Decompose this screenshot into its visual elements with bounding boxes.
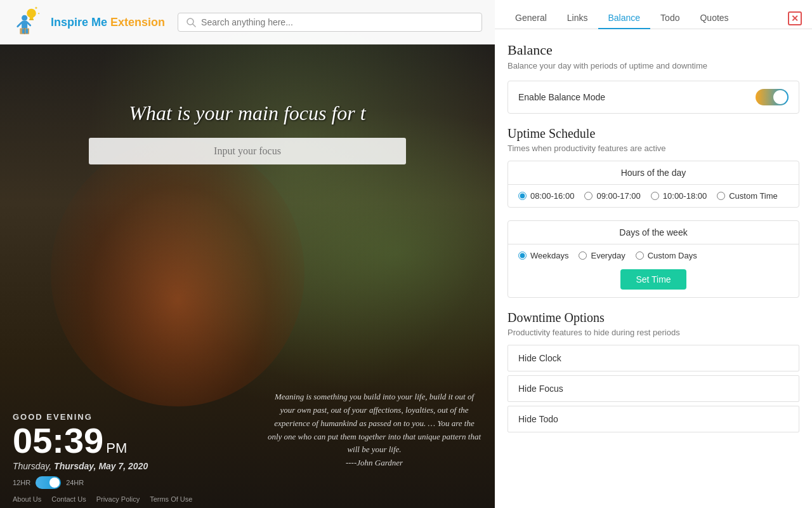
enable-balance-row: Enable Balance Mode	[508, 81, 799, 114]
bottom-quote: Meaning is something you build into your…	[266, 391, 482, 470]
footer-contact[interactable]: Contact Us	[51, 495, 86, 503]
hours-header: Hours of the day	[508, 161, 799, 185]
uptime-title: Uptime Schedule	[508, 126, 799, 141]
tab-balance[interactable]: Balance	[598, 8, 651, 29]
time-value: 05:39	[13, 420, 103, 460]
close-button[interactable]: ✕	[788, 11, 802, 25]
date-display: Thursday, Thursday, May 7, 2020	[13, 461, 148, 471]
svg-rect-9	[22, 29, 25, 33]
svg-rect-2	[29, 19, 34, 20]
search-icon	[186, 17, 196, 27]
set-time-button[interactable]: Set Time	[620, 269, 686, 290]
search-box[interactable]	[178, 13, 482, 32]
balance-subtitle: Balance your day with periods of uptime …	[508, 61, 799, 70]
time-toggle[interactable]: 12HR 24HR	[13, 476, 148, 489]
enable-balance-toggle[interactable]	[756, 89, 789, 105]
quote-text: Meaning is something you build into your…	[268, 392, 481, 467]
left-panel: ✦ ✦ Inspire Me Extension What is your ma…	[0, 0, 495, 508]
svg-point-3	[22, 15, 27, 21]
time-12hr-label: 12HR	[13, 479, 30, 486]
svg-text:✦: ✦	[34, 6, 38, 11]
time-display: 05:39PM	[13, 423, 148, 458]
header: ✦ ✦ Inspire Me Extension	[0, 0, 495, 44]
downtime-clock: Hide Clock	[508, 345, 799, 371]
time-24hr-label: 24HR	[66, 479, 84, 486]
footer-about[interactable]: About Us	[13, 495, 41, 503]
right-panel: General Links Balance Todo Quotes ✕ Bala…	[495, 0, 812, 508]
enable-balance-label: Enable Balance Mode	[518, 92, 605, 102]
logo-text: Inspire Me Extension	[51, 16, 165, 29]
logo-icon: ✦ ✦	[13, 6, 44, 38]
tab-general[interactable]: General	[505, 8, 557, 29]
svg-rect-1	[30, 17, 33, 19]
logo-text1: Inspire Me	[51, 16, 107, 29]
ampm: PM	[106, 440, 127, 456]
svg-line-14	[193, 24, 195, 27]
svg-rect-10	[25, 29, 28, 33]
days-header: Days of the week	[508, 221, 799, 244]
footer-links: About Us Contact Us Privacy Policy Terms…	[13, 495, 192, 503]
search-input[interactable]	[201, 17, 474, 27]
downtime-subtitle: Productivity features to hide during res…	[508, 328, 799, 337]
hours-option-1[interactable]: 09:00-17:00	[584, 191, 640, 201]
balance-title: Balance	[508, 42, 799, 58]
footer-privacy[interactable]: Privacy Policy	[96, 495, 140, 503]
days-schedule-box: Days of the week Weekdays Everyday Custo…	[508, 220, 799, 298]
downtime-focus: Hide Focus	[508, 375, 799, 402]
logo-area: ✦ ✦ Inspire Me Extension	[13, 6, 165, 38]
days-option-0[interactable]: Weekdays	[518, 251, 568, 260]
days-option-1[interactable]: Everyday	[579, 251, 625, 260]
tab-links[interactable]: Links	[557, 8, 598, 29]
focus-input-container[interactable]	[89, 138, 406, 164]
tab-quotes[interactable]: Quotes	[690, 8, 738, 29]
svg-text:✦: ✦	[37, 11, 40, 15]
hours-option-3[interactable]: Custom Time	[717, 191, 778, 201]
days-option-2[interactable]: Custom Days	[636, 251, 697, 260]
svg-rect-4	[22, 21, 27, 29]
tabs-bar: General Links Balance Todo Quotes ✕	[495, 0, 812, 29]
svg-line-5	[18, 22, 22, 26]
uptime-subtitle: Times when productivity features are act…	[508, 144, 799, 153]
focus-question: What is your main focus for t	[129, 102, 365, 125]
date-value: Thursday, May 7, 2020	[54, 461, 148, 471]
time-format-toggle[interactable]	[36, 476, 61, 489]
downtime-todo: Hide Todo	[508, 406, 799, 432]
logo-text2: Extension	[107, 16, 165, 29]
hours-schedule-box: Hours of the day 08:00-16:00 09:00-17:00…	[508, 161, 799, 208]
focus-input[interactable]	[102, 145, 393, 157]
hours-options: 08:00-16:00 09:00-17:00 10:00-18:00 Cust…	[508, 185, 799, 207]
tab-todo[interactable]: Todo	[650, 8, 690, 29]
panel-content: Balance Balance your day with periods of…	[495, 29, 812, 508]
svg-line-6	[27, 22, 30, 25]
days-options: Weekdays Everyday Custom Days	[508, 244, 799, 267]
footer-terms[interactable]: Terms Of Use	[150, 495, 192, 503]
downtime-title: Downtime Options	[508, 311, 799, 325]
bottom-left-info: GOOD EVENING 05:39PM Thursday, Thursday,…	[13, 412, 148, 489]
hours-option-0[interactable]: 08:00-16:00	[518, 191, 574, 201]
hours-option-2[interactable]: 10:00-18:00	[651, 191, 707, 201]
